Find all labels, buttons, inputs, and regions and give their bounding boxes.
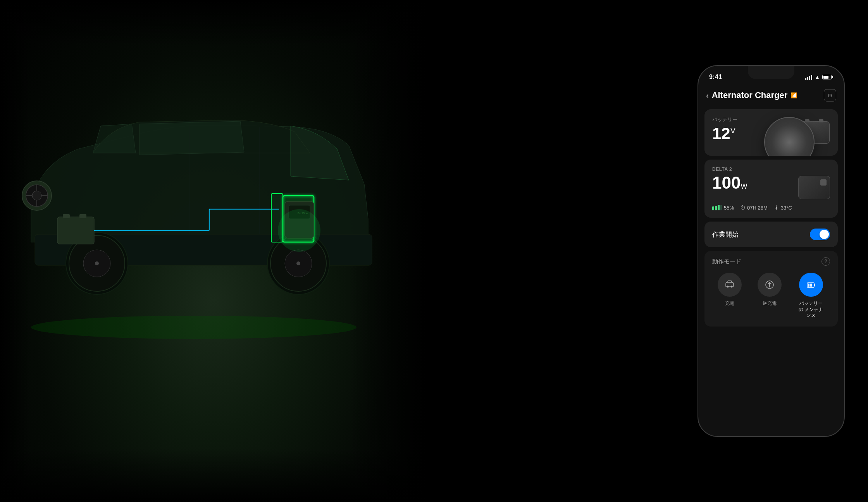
battery-fill <box>823 76 828 79</box>
battery-icon <box>822 75 833 79</box>
delta2-device-image <box>798 176 830 199</box>
operation-mode-section: 動作モード ? <box>704 251 838 327</box>
signal-bar-2 <box>807 77 808 80</box>
signal-bar-3 <box>809 76 810 80</box>
mode-charge-button[interactable]: 充電 <box>718 273 742 319</box>
mode-maintenance-button[interactable]: バッテリーの メンテナンス <box>797 273 825 319</box>
header-left: ‹ Alternator Charger 📶 <box>706 90 797 100</box>
status-icons: ▲ <box>805 74 833 80</box>
svg-point-0 <box>31 316 356 339</box>
phone-notch <box>748 66 794 79</box>
bar-3 <box>718 205 720 210</box>
svg-point-33 <box>278 209 320 252</box>
signal-bar-1 <box>805 78 806 80</box>
svg-point-34 <box>727 286 729 288</box>
soc-value: 55% <box>724 205 734 211</box>
svg-rect-39 <box>808 284 809 287</box>
help-icon: ? <box>825 259 827 264</box>
maintenance-label: バッテリーの メンテナンス <box>797 301 825 319</box>
charge-label: 充電 <box>725 301 734 307</box>
svg-rect-20 <box>63 214 70 218</box>
svg-point-11 <box>296 261 300 265</box>
reverse-charge-icon <box>764 279 775 290</box>
status-time: 9:41 <box>709 74 722 81</box>
signal-bar-4 <box>811 75 812 80</box>
battery-voltage-unit: V <box>730 126 735 135</box>
battery-voltage-value: 12 <box>712 124 730 143</box>
battery-body <box>822 75 832 79</box>
mode-title: 動作モード <box>712 258 741 265</box>
wifi-indicator-icon: 📶 <box>790 92 797 98</box>
header-title: Alternator Charger 📶 <box>712 90 797 100</box>
toggle-knob <box>820 230 829 239</box>
app-header: ‹ Alternator Charger 📶 ⊙ <box>698 86 844 108</box>
bar-4 <box>720 205 722 210</box>
signal-icon <box>805 74 812 80</box>
bar-1 <box>712 206 714 210</box>
clock-icon: ⏱ <box>740 205 746 211</box>
phone-screen: 9:41 ▲ <box>698 66 844 436</box>
phone-frame: 9:41 ▲ <box>698 65 845 437</box>
phone-mockup: 9:41 ▲ <box>698 65 845 437</box>
delta2-power-unit: W <box>741 182 747 190</box>
mode-header: 動作モード ? <box>712 257 830 266</box>
wifi-icon: ▲ <box>815 74 820 80</box>
delta2-stats: 55% ⏱ 07H 28M 🌡 33°C <box>712 205 830 211</box>
location-icon: ⊙ <box>828 92 832 98</box>
bar-2 <box>715 206 717 210</box>
temp-value: 33°C <box>781 205 792 211</box>
soc-bars <box>712 205 722 210</box>
reverse-label: 逆充電 <box>763 301 777 307</box>
battery-maintenance-icon <box>806 279 816 290</box>
car-scene: EcoFlow <box>0 0 426 502</box>
svg-rect-21 <box>79 214 86 218</box>
delta2-card: DELTA 2 100W <box>704 160 838 218</box>
maintenance-icon-circle <box>799 273 823 297</box>
ecoflow-delta2-icon <box>798 176 830 199</box>
car-illustration: EcoFlow <box>0 46 388 356</box>
svg-rect-19 <box>57 217 94 244</box>
charge-icon-circle <box>718 273 742 297</box>
soc-stat: 55% <box>712 205 734 211</box>
temp-stat: 🌡 33°C <box>774 205 792 211</box>
svg-point-8 <box>95 261 99 265</box>
svg-point-35 <box>731 286 733 288</box>
svg-point-14 <box>32 191 41 200</box>
mode-reverse-button[interactable]: 逆充電 <box>758 273 782 319</box>
work-start-card[interactable]: 作業開始 <box>704 222 838 247</box>
time-value: 07H 28M <box>747 205 768 211</box>
phone-content: バッテリー 12V DELTA 2 100W <box>698 108 844 328</box>
delta2-label: DELTA 2 <box>712 167 830 172</box>
back-button[interactable]: ‹ <box>706 91 709 100</box>
location-button[interactable]: ⊙ <box>824 89 836 101</box>
thermometer-icon: 🌡 <box>774 205 779 211</box>
mode-buttons: 充電 逆充電 <box>712 273 830 319</box>
time-stat: ⏱ 07H 28M <box>740 205 768 211</box>
help-button[interactable]: ? <box>822 257 830 266</box>
car-icon <box>724 279 735 290</box>
battery-card: バッテリー 12V <box>704 109 838 156</box>
title-text: Alternator Charger <box>712 90 788 100</box>
work-start-label: 作業開始 <box>712 230 739 239</box>
work-start-toggle[interactable] <box>810 229 830 240</box>
reverse-charge-icon-circle <box>758 273 782 297</box>
delta2-value: 100W <box>712 174 747 191</box>
svg-rect-40 <box>810 284 812 287</box>
battery-tip <box>832 76 833 78</box>
delta2-power-value: 100 <box>712 173 741 192</box>
svg-rect-38 <box>814 284 815 286</box>
